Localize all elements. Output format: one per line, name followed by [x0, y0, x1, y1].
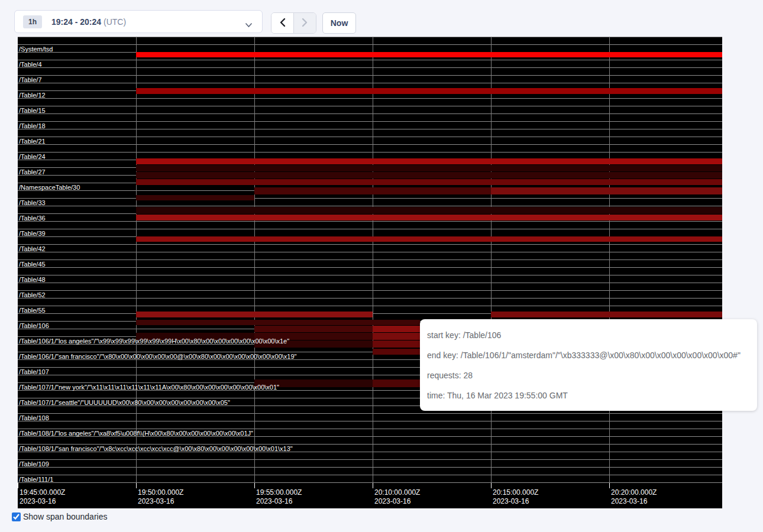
next-time-button[interactable] [293, 13, 316, 33]
span-row-label: /Table/12 [19, 92, 46, 99]
tick-mark [136, 483, 137, 488]
tick-time-label: 19:45:00.000Z [18, 488, 136, 497]
toolbar: 1h 19:24 - 20:24 (UTC) Now [0, 0, 763, 37]
show-span-boundaries-checkbox[interactable] [12, 512, 21, 521]
timezone-label: (UTC) [104, 17, 126, 27]
span-row-label: /Table/48 [19, 276, 46, 284]
tick-date-label: 2023-03-16 [491, 497, 609, 506]
tick-mark [373, 483, 373, 488]
span-row-label: /NamespaceTable/30 [19, 184, 80, 192]
chevron-down-icon [245, 20, 253, 30]
tooltip-line: start key: /Table/106 [427, 329, 750, 341]
span-row-label: /Table/106/1/"los angeles"/"\x99\x99\x99… [19, 338, 289, 345]
span-row-label: /Table/39 [19, 230, 46, 238]
tick-mark [609, 483, 610, 488]
chevron-left-icon [279, 18, 286, 29]
span-row-label: /Table/108 [19, 414, 49, 422]
tick-time-label: 19:55:00.000Z [254, 488, 373, 497]
tick-time-label: 20:20:00.000Z [609, 488, 728, 497]
span-row-label: /Table/107 [19, 368, 49, 376]
time-axis-tick: 20:20:00.000Z 2023-03-16 [609, 483, 728, 506]
tick-time-label: 20:15:00.000Z [491, 488, 609, 497]
span-row-label: /Table/33 [19, 199, 46, 207]
span-tooltip: start key: /Table/106end key: /Table/106… [420, 319, 757, 411]
tick-time-label: 20:10:00.000Z [373, 488, 491, 497]
prev-time-button[interactable] [271, 13, 293, 33]
span-row-label: /Table/52 [19, 291, 46, 299]
span-row-label: /Table/108/1/"los angeles"/"\xa8\xf5\u00… [19, 430, 253, 437]
time-range-label: 19:24 - 20:24 (UTC) [51, 17, 126, 27]
tick-mark [254, 483, 255, 488]
span-row-label: /Table/21 [19, 138, 46, 145]
tick-date-label: 2023-03-16 [373, 497, 491, 506]
span-row-label: /Table/7 [19, 76, 42, 84]
key-visualizer-heatmap[interactable]: /System/tsd/Table/4/Table/7/Table/12/Tab… [18, 37, 722, 508]
tick-date-label: 2023-03-16 [18, 497, 136, 506]
time-axis-tick: 20:10:00.000Z 2023-03-16 [373, 483, 491, 506]
span-row-label: /Table/111/1 [19, 476, 53, 484]
span-row-label: /Table/27 [19, 168, 46, 176]
time-axis-tick: 19:50:00.000Z 2023-03-16 [136, 483, 254, 506]
time-axis-tick: 19:55:00.000Z 2023-03-16 [254, 483, 373, 506]
time-range-value: 19:24 - 20:24 [51, 17, 101, 27]
time-range-dropdown[interactable]: 1h 19:24 - 20:24 (UTC) [14, 10, 263, 33]
tooltip-line: requests: 28 [427, 369, 750, 381]
span-row-label: /Table/4 [19, 61, 42, 69]
tooltip-line: end key: /Table/106/1/"amsterdam"/"\xb33… [427, 349, 750, 361]
chevron-right-icon [302, 18, 308, 29]
duration-badge: 1h [23, 15, 42, 28]
show-span-boundaries-row[interactable]: Show span boundaries [12, 512, 107, 521]
tick-date-label: 2023-03-16 [254, 497, 373, 506]
span-row-label: /Table/18 [19, 122, 46, 130]
span-row-label: /Table/15 [19, 107, 46, 115]
show-span-boundaries-label: Show span boundaries [23, 512, 107, 521]
tick-date-label: 2023-03-16 [609, 497, 728, 506]
span-row-label: /Table/107/1/"seattle"/"UUUUUUD\x00\x80\… [19, 399, 230, 407]
time-axis-tick: 19:45:00.000Z 2023-03-16 [18, 483, 136, 506]
span-row-label: /Table/24 [19, 153, 46, 161]
span-row-label: /Table/106 [19, 322, 49, 330]
span-row-label: /Table/106/1/"san francisco"/"\x80\x00\x… [19, 353, 297, 361]
tick-mark [491, 483, 492, 488]
tick-time-label: 19:50:00.000Z [136, 488, 254, 497]
span-row-label: /Table/107/1/"new york"/"\x11\x11\x11\x1… [19, 384, 279, 391]
span-row-label: /System/tsd [19, 46, 53, 53]
span-row-label: /Table/55 [19, 307, 46, 314]
span-row-label: /Table/45 [19, 261, 46, 268]
span-row-label: /Table/109 [19, 460, 49, 468]
span-row-label: /Table/108/1/"san francisco"/"\x8c\xcc\x… [19, 445, 293, 453]
tooltip-line: time: Thu, 16 Mar 2023 19:55:00 GMT [427, 390, 750, 401]
time-axis-tick: 20:15:00.000Z 2023-03-16 [491, 483, 609, 506]
time-nav-group [271, 12, 316, 34]
now-button[interactable]: Now [322, 12, 356, 34]
tick-mark [18, 483, 18, 488]
span-row-label: /Table/36 [19, 215, 46, 222]
tick-date-label: 2023-03-16 [136, 497, 254, 506]
span-row-label: /Table/42 [19, 245, 46, 253]
time-axis: 19:45:00.000Z 2023-03-16 19:50:00.000Z 2… [18, 37, 722, 508]
